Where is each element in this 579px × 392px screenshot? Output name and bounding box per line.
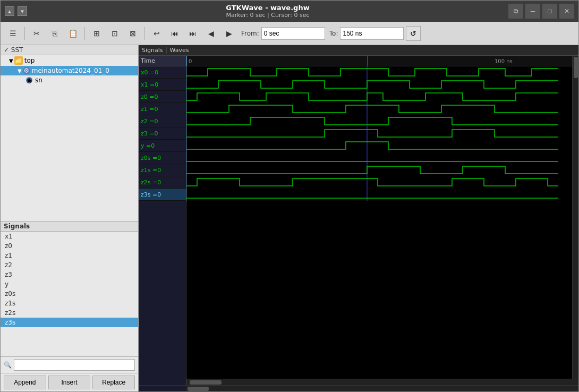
toolbar-sep-1 bbox=[24, 27, 25, 40]
signals-list: x1 z0 z1 z2 z3 y z0s z1s z2s z3s bbox=[1, 232, 138, 356]
waves-tab-waves: Waves bbox=[166, 47, 578, 54]
titlebar-controls-left: ▲ ▼ bbox=[5, 6, 27, 16]
toolbar: ☰ ✂ ⎘ 📋 ⊞ ⊡ ⊠ ↩ ⏮ ⏭ ◀ ▶ From: To: ↺ bbox=[1, 22, 578, 45]
wave-label-z3[interactable]: z3 =0 bbox=[139, 127, 186, 140]
from-group: From: bbox=[241, 27, 325, 40]
signal-item-z0s[interactable]: z0s bbox=[1, 289, 138, 299]
tree-item-meinautomat[interactable]: ▼ ⚙ meinautomat2024_01_0 bbox=[1, 66, 138, 75]
time-header: Time bbox=[139, 56, 186, 66]
signal-icon-sn: ◉ bbox=[26, 77, 32, 83]
cut-btn[interactable]: ✂ bbox=[29, 25, 45, 41]
to-input[interactable] bbox=[340, 27, 404, 40]
vertical-scrollbar-thumb[interactable] bbox=[574, 57, 578, 78]
svg-text:0: 0 bbox=[189, 58, 192, 64]
maximize-btn[interactable]: □ bbox=[542, 4, 557, 19]
signal-item-y[interactable]: y bbox=[1, 279, 138, 289]
cursor-line bbox=[186, 56, 187, 66]
copy-btn[interactable]: ⎘ bbox=[47, 25, 63, 41]
waves-col[interactable]: 0 100 ns bbox=[186, 56, 578, 385]
tree-arrow-meinautomat: ▼ bbox=[18, 68, 22, 74]
horizontal-scrollbar[interactable] bbox=[186, 379, 578, 385]
tree-item-sn[interactable]: ◉ sn bbox=[1, 75, 138, 85]
window-title: GTKWave - wave.ghw bbox=[27, 4, 508, 12]
undo-btn[interactable]: ↩ bbox=[149, 25, 165, 41]
waveforms-svg bbox=[186, 66, 558, 201]
signal-item-z3[interactable]: z3 bbox=[1, 270, 138, 279]
wave-label-z3s[interactable]: z3s =0 bbox=[139, 189, 186, 201]
tree-item-top[interactable]: ▼ 📁 top bbox=[1, 55, 138, 66]
toolbar-sep-3 bbox=[144, 27, 145, 40]
replace-btn[interactable]: Replace bbox=[92, 376, 135, 389]
wave-label-x1[interactable]: x1 =0 bbox=[139, 79, 186, 91]
scroll-up-btn[interactable]: ▲ bbox=[5, 6, 14, 16]
from-label: From: bbox=[241, 30, 259, 37]
folder-icon-top: 📁 bbox=[14, 56, 23, 65]
signal-labels-col: Time x0 =0 x1 =0 z0 =0 z1 =0 z2 =0 z3 =0… bbox=[139, 56, 186, 385]
minimize-btn[interactable]: ─ bbox=[525, 4, 540, 19]
to-group: To: bbox=[329, 27, 404, 40]
marker-line bbox=[367, 56, 368, 66]
wave-label-x0[interactable]: x0 =0 bbox=[139, 66, 186, 79]
tree-label-meinautomat: meinautomat2024_01_0 bbox=[32, 67, 109, 74]
waves-label-bar: Signals Waves bbox=[139, 45, 578, 56]
titlebar: ▲ ▼ GTKWave - wave.ghw Marker: 0 sec | C… bbox=[1, 1, 578, 22]
signal-item-z2s[interactable]: z2s bbox=[1, 308, 138, 318]
wave-label-z1s[interactable]: z1s =0 bbox=[139, 164, 186, 176]
bottom-scroll-area bbox=[139, 385, 578, 391]
from-input[interactable] bbox=[261, 27, 325, 40]
label-scroll-spacer bbox=[139, 385, 186, 391]
wave-rows-container[interactable] bbox=[186, 66, 578, 379]
horizontal-scrollbar-thumb[interactable] bbox=[190, 380, 222, 385]
waves-tab-label: Signals bbox=[139, 47, 166, 54]
go-start-btn[interactable]: ⏮ bbox=[167, 25, 183, 41]
search-bar: 🔍 bbox=[1, 356, 138, 373]
toolbar-sep-2 bbox=[84, 27, 85, 40]
main-window: ▲ ▼ GTKWave - wave.ghw Marker: 0 sec | C… bbox=[0, 0, 579, 392]
wave-label-z2s[interactable]: z2s =0 bbox=[139, 176, 186, 189]
signal-item-z0[interactable]: z0 bbox=[1, 241, 138, 251]
zoom-area-btn[interactable]: ⊠ bbox=[125, 25, 141, 41]
wave-label-z2[interactable]: z2 =0 bbox=[139, 115, 186, 127]
titlebar-controls-right: ⧉ ─ □ ✕ bbox=[508, 4, 574, 19]
tree-label-sn: sn bbox=[35, 76, 42, 84]
restore-btn[interactable]: ⧉ bbox=[508, 4, 523, 19]
signals-header: Signals bbox=[1, 221, 138, 232]
search-icon: 🔍 bbox=[4, 361, 12, 369]
signal-item-z2[interactable]: z2 bbox=[1, 260, 138, 270]
prev-btn[interactable]: ◀ bbox=[203, 25, 219, 41]
close-btn[interactable]: ✕ bbox=[559, 4, 574, 19]
sst-header: ✓ SST bbox=[1, 45, 138, 55]
timeline: 0 100 ns bbox=[186, 56, 578, 66]
tree-arrow-top: ▼ bbox=[9, 58, 13, 64]
bottom-scroll-thumb-2[interactable] bbox=[188, 387, 209, 391]
menu-btn[interactable]: ☰ bbox=[5, 25, 21, 41]
insert-btn[interactable]: Insert bbox=[48, 376, 91, 389]
go-end-btn[interactable]: ⏭ bbox=[185, 25, 201, 41]
search-input[interactable] bbox=[14, 359, 135, 371]
wave-label-z1[interactable]: z1 =0 bbox=[139, 103, 186, 115]
wave-panel: Signals Waves Time x0 =0 x1 =0 z0 =0 z1 … bbox=[139, 45, 578, 391]
wave-label-y[interactable]: y =0 bbox=[139, 140, 186, 152]
bottom-scroll-track[interactable] bbox=[186, 385, 578, 391]
main-area: ✓ SST ▼ 📁 top ▼ ⚙ meinautomat2024_01_0 ◉… bbox=[1, 45, 578, 391]
time-label: Time bbox=[141, 57, 155, 64]
scroll-down-btn[interactable]: ▼ bbox=[18, 6, 27, 16]
svg-text:100 ns: 100 ns bbox=[495, 58, 513, 64]
wave-label-z0s[interactable]: z0s =0 bbox=[139, 152, 186, 164]
zoom-in-btn[interactable]: ⊡ bbox=[107, 25, 123, 41]
signal-item-z1s[interactable]: z1s bbox=[1, 299, 138, 308]
zoom-fit-btn[interactable]: ⊞ bbox=[89, 25, 105, 41]
timeline-svg: 0 100 ns bbox=[186, 56, 578, 66]
sst-section: ✓ SST ▼ 📁 top ▼ ⚙ meinautomat2024_01_0 ◉… bbox=[1, 45, 138, 221]
vertical-scrollbar[interactable] bbox=[572, 56, 578, 379]
signal-item-z1[interactable]: z1 bbox=[1, 251, 138, 260]
signal-item-x1[interactable]: x1 bbox=[1, 232, 138, 241]
reload-btn[interactable]: ↺ bbox=[406, 26, 421, 41]
paste-btn[interactable]: 📋 bbox=[65, 25, 81, 41]
next-btn[interactable]: ▶ bbox=[221, 25, 237, 41]
append-btn[interactable]: Append bbox=[4, 376, 46, 389]
signals-waves-panel: Time x0 =0 x1 =0 z0 =0 z1 =0 z2 =0 z3 =0… bbox=[139, 56, 578, 385]
left-panel: ✓ SST ▼ 📁 top ▼ ⚙ meinautomat2024_01_0 ◉… bbox=[1, 45, 139, 391]
signal-item-z3s[interactable]: z3s bbox=[1, 318, 138, 327]
wave-label-z0[interactable]: z0 =0 bbox=[139, 91, 186, 103]
